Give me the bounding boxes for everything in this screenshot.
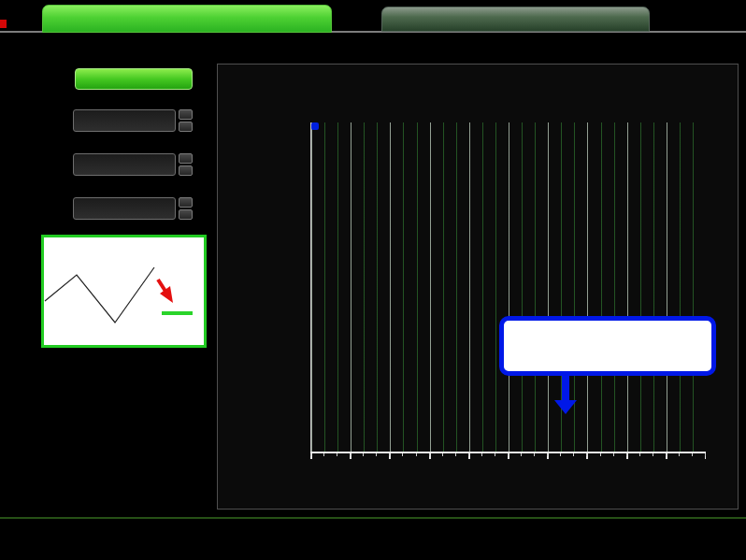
highlight-rectangle bbox=[311, 122, 319, 130]
pattern-diagram bbox=[41, 235, 207, 348]
tab-frequency-of-long-reversals[interactable] bbox=[42, 5, 332, 33]
t2-spinner-down-button[interactable] bbox=[179, 209, 193, 220]
footer-divider bbox=[0, 517, 746, 519]
b-spinner bbox=[179, 153, 193, 176]
b-spinner-up-button[interactable] bbox=[179, 153, 193, 164]
b-field-row bbox=[39, 153, 208, 176]
t1-spinner-up-button[interactable] bbox=[179, 109, 193, 120]
annotation-arrow bbox=[562, 376, 569, 402]
y-axis-title bbox=[225, 122, 242, 452]
t2-spinner bbox=[179, 197, 193, 220]
annotation-arrow-head-icon bbox=[554, 400, 577, 414]
x-axis-tick-labels bbox=[310, 461, 705, 478]
annotation-callout bbox=[499, 316, 716, 376]
app-window bbox=[0, 0, 746, 560]
t2-field-row bbox=[39, 197, 208, 220]
chart-panel bbox=[217, 64, 739, 510]
t1-input[interactable] bbox=[73, 109, 176, 132]
y-axis-tick-labels bbox=[244, 122, 307, 452]
bars-container bbox=[311, 122, 705, 452]
tab-scaling-and-risk-meter[interactable] bbox=[381, 7, 650, 32]
t1-spinner bbox=[179, 109, 193, 132]
t1-spinner-down-button[interactable] bbox=[179, 122, 193, 132]
t1-field-row bbox=[39, 109, 208, 132]
tab-bar bbox=[0, 0, 746, 33]
x-axis-minor-ticks bbox=[310, 453, 706, 456]
t2-spinner-up-button[interactable] bbox=[179, 197, 193, 208]
zigzag-pattern-image bbox=[44, 237, 204, 345]
update-t1-b-t2-button[interactable] bbox=[75, 68, 193, 90]
plot-area bbox=[310, 122, 705, 452]
b-spinner-down-button[interactable] bbox=[179, 165, 193, 176]
t2-input[interactable] bbox=[73, 197, 176, 220]
red-marker bbox=[0, 20, 7, 28]
b-input[interactable] bbox=[73, 153, 176, 176]
